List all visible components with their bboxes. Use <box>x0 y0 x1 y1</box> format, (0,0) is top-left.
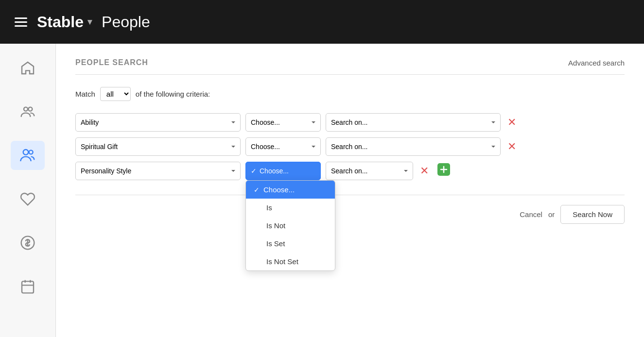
value-select-1[interactable]: Search on... <box>326 113 501 132</box>
search-now-button[interactable]: Search Now <box>560 205 625 224</box>
remove-button-1[interactable]: ✕ <box>505 116 518 129</box>
heart-icon <box>20 191 35 207</box>
sidebar-item-favorites[interactable] <box>11 185 45 214</box>
sidebar-item-people[interactable] <box>11 141 45 170</box>
remove-button-3[interactable]: ✕ <box>418 165 431 177</box>
svg-rect-5 <box>22 281 34 293</box>
dropdown-item-is[interactable]: Is <box>246 199 335 217</box>
app-header: Stable ▾ People <box>0 0 644 44</box>
hamburger-menu[interactable] <box>15 17 27 27</box>
people-icon <box>20 148 35 163</box>
condition-select-1[interactable]: Choose... Is Is Not Is Set Is Not Set <box>245 113 321 132</box>
cancel-link[interactable]: Cancel <box>520 210 542 219</box>
main-layout: PEOPLE SEARCH Advanced search Match all … <box>0 44 644 337</box>
dropdown-item-is-not[interactable]: Is Not <box>246 217 335 235</box>
add-criteria-button[interactable] <box>435 163 452 179</box>
stable-label: Stable <box>37 13 84 31</box>
condition-select-3-display[interactable]: ✓ Choose... <box>245 162 321 180</box>
match-label: Match <box>75 90 95 98</box>
condition-select-3-wrapper: ✓ Choose... ✓ Choose... Is <box>245 162 321 180</box>
criteria-suffix: of the following criteria: <box>136 90 210 98</box>
stable-caret[interactable]: ▾ <box>87 17 92 27</box>
bottom-divider <box>75 195 625 195</box>
sidebar-item-connections[interactable] <box>11 97 45 126</box>
main-content: PEOPLE SEARCH Advanced search Match all … <box>56 44 644 337</box>
stable-title: Stable ▾ <box>37 13 92 31</box>
dropdown-item-choose[interactable]: ✓ Choose... <box>246 181 335 199</box>
match-select[interactable]: all any <box>100 87 131 101</box>
svg-point-2 <box>23 150 29 155</box>
dollar-icon <box>20 235 35 251</box>
condition-select-2[interactable]: Choose... Is Is Not Is Set Is Not Set <box>245 137 321 156</box>
criteria-row-1: Ability Choose... Is Is Not Is Set Is No… <box>75 113 625 132</box>
condition-display-label: Choose... <box>260 167 289 175</box>
svg-point-3 <box>29 150 33 154</box>
field-select-1[interactable]: Ability <box>75 113 241 132</box>
sidebar-item-calendar[interactable] <box>11 272 45 301</box>
page-title: PEOPLE SEARCH <box>75 58 148 67</box>
field-select-2[interactable]: Spiritual Gift <box>75 137 241 156</box>
calendar-icon <box>20 279 35 294</box>
connections-icon <box>20 104 35 119</box>
sidebar-item-home[interactable] <box>11 53 45 83</box>
value-select-2[interactable]: Search on... <box>326 137 501 156</box>
criteria-row-3: Personality Style ✓ Choose... ✓ Choose..… <box>75 162 625 180</box>
or-text: or <box>548 210 555 219</box>
field-select-3[interactable]: Personality Style <box>75 162 241 180</box>
checkmark-display: ✓ <box>251 167 257 175</box>
home-icon <box>20 60 35 76</box>
value-select-3[interactable]: Search on... <box>326 162 413 180</box>
sidebar-item-giving[interactable] <box>11 228 45 257</box>
svg-point-1 <box>28 107 32 111</box>
match-row: Match all any of the following criteria: <box>75 87 625 101</box>
plus-icon <box>437 163 450 176</box>
advanced-search-link[interactable]: Advanced search <box>568 59 625 67</box>
svg-point-0 <box>24 107 28 111</box>
criteria-list: Ability Choose... Is Is Not Is Set Is No… <box>75 113 625 180</box>
remove-button-2[interactable]: ✕ <box>505 140 518 153</box>
sidebar <box>0 44 56 337</box>
condition-dropdown: ✓ Choose... Is Is Not <box>245 180 335 271</box>
check-icon: ✓ <box>254 186 260 194</box>
criteria-row-2: Spiritual Gift Choose... Is Is Not Is Se… <box>75 137 625 156</box>
people-title: People <box>102 13 150 31</box>
dropdown-item-is-set[interactable]: Is Set <box>246 235 335 253</box>
dropdown-item-is-not-set[interactable]: Is Not Set <box>246 253 335 270</box>
header-divider <box>75 74 625 75</box>
page-header: PEOPLE SEARCH Advanced search <box>75 58 625 67</box>
actions-row: Cancel or Search Now <box>75 205 625 224</box>
